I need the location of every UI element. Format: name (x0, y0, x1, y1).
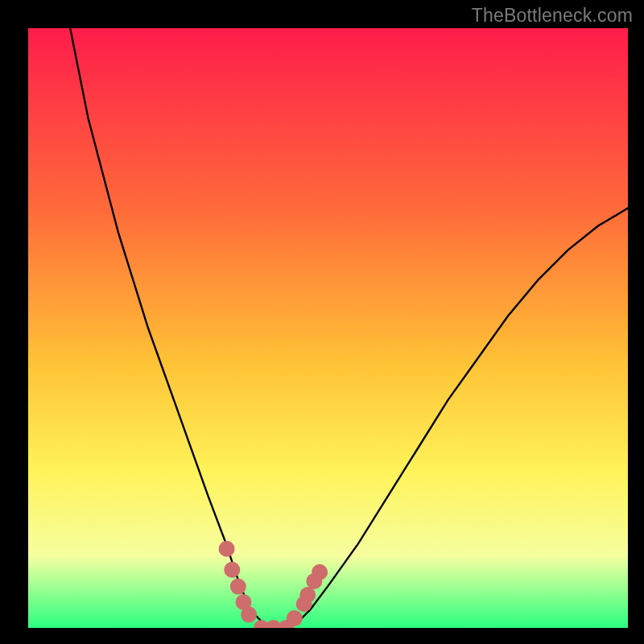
plot-area (28, 28, 628, 628)
data-marker (299, 587, 316, 603)
bottleneck-chart (28, 28, 628, 628)
data-marker (312, 564, 328, 580)
data-marker (230, 579, 246, 595)
watermark-text: TheBottleneck.com (472, 5, 633, 27)
data-marker (224, 562, 240, 578)
gradient-background (28, 28, 628, 628)
data-marker (287, 610, 303, 626)
data-marker (219, 541, 235, 557)
chart-frame: TheBottleneck.com (0, 0, 644, 644)
data-marker (241, 607, 257, 623)
